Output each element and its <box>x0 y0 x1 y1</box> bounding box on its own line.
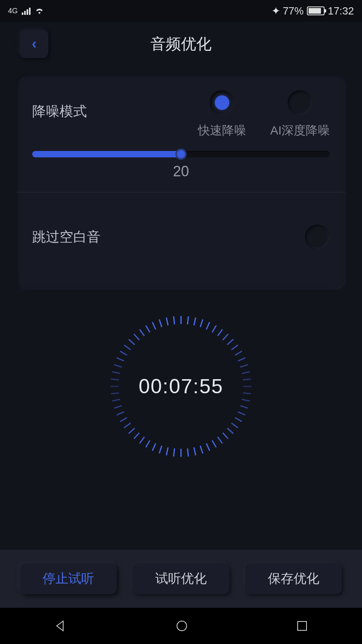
slider-thumb[interactable] <box>175 149 187 160</box>
svg-line-14 <box>243 379 251 380</box>
svg-line-29 <box>187 448 188 456</box>
svg-line-3 <box>200 320 203 327</box>
svg-line-31 <box>174 448 175 456</box>
action-bar: 停止试听 试听优化 保存优化 <box>0 550 362 608</box>
svg-line-7 <box>223 334 228 340</box>
intensity-slider[interactable] <box>32 151 330 157</box>
svg-line-44 <box>111 393 119 394</box>
radio-selected-icon <box>210 90 234 115</box>
slider-fill <box>32 151 181 157</box>
svg-line-6 <box>218 329 222 336</box>
noise-reduction-row: 降噪模式 快速降噪 AI深度降噪 <box>32 90 330 139</box>
chevron-left-icon: ‹ <box>32 35 37 52</box>
battery-icon <box>307 6 325 15</box>
svg-line-11 <box>238 358 245 361</box>
svg-line-38 <box>129 428 135 433</box>
preview-optimize-button[interactable]: 试听优化 <box>133 564 229 594</box>
svg-rect-61 <box>298 621 306 630</box>
status-right: ✦ 77% 17:32 <box>272 5 354 17</box>
slider-value: 20 <box>32 163 330 180</box>
battery-percent: 77% <box>283 5 304 17</box>
back-button[interactable]: ‹ <box>20 30 48 58</box>
svg-line-57 <box>159 320 162 327</box>
nav-home-icon[interactable] <box>175 619 188 632</box>
svg-line-56 <box>152 322 156 329</box>
timer-ticks-icon <box>109 314 253 459</box>
save-optimize-button[interactable]: 保存优化 <box>245 564 342 594</box>
network-type: 4G <box>8 7 18 14</box>
svg-line-59 <box>174 316 175 324</box>
svg-line-53 <box>134 334 139 340</box>
svg-line-54 <box>140 329 144 336</box>
timer-dial: 00:07:55 <box>109 314 253 459</box>
svg-line-41 <box>117 412 124 415</box>
svg-line-16 <box>243 393 251 394</box>
svg-line-23 <box>223 433 228 439</box>
status-bar: 4G ✦ 77% 17:32 <box>0 0 362 22</box>
radio-unselected-icon <box>288 90 313 115</box>
bluetooth-icon: ✦ <box>272 5 280 17</box>
svg-line-4 <box>206 322 210 329</box>
clock-time: 17:32 <box>328 5 354 17</box>
svg-line-42 <box>114 406 122 408</box>
svg-line-13 <box>242 372 250 374</box>
svg-line-35 <box>146 440 150 447</box>
svg-line-28 <box>194 448 195 456</box>
svg-line-10 <box>235 351 242 355</box>
svg-line-5 <box>212 325 216 332</box>
stop-preview-button[interactable]: 停止试听 <box>20 564 117 594</box>
skip-silence-row: 跳过空白音 <box>32 200 330 274</box>
svg-line-39 <box>124 423 130 428</box>
svg-line-32 <box>167 448 168 456</box>
wifi-icon <box>35 7 44 15</box>
skip-silence-toggle[interactable] <box>305 225 330 250</box>
svg-line-50 <box>120 351 127 355</box>
fast-noise-option[interactable]: 快速降噪 <box>198 90 246 139</box>
svg-line-37 <box>134 433 139 439</box>
header: ‹ 音频优化 <box>0 22 362 66</box>
divider <box>16 192 346 192</box>
svg-line-2 <box>194 318 195 326</box>
svg-line-48 <box>114 365 122 367</box>
svg-line-9 <box>231 345 238 350</box>
fast-noise-label: 快速降噪 <box>198 122 246 139</box>
nav-back-icon[interactable] <box>54 619 67 632</box>
svg-line-8 <box>227 339 233 345</box>
svg-line-43 <box>112 399 120 401</box>
svg-line-49 <box>117 358 124 361</box>
svg-line-17 <box>242 399 250 401</box>
svg-line-1 <box>187 316 188 324</box>
svg-line-25 <box>212 440 216 447</box>
settings-card: 降噪模式 快速降噪 AI深度降噪 20 跳过空白音 <box>16 74 346 290</box>
svg-line-24 <box>218 437 222 443</box>
svg-line-52 <box>129 339 135 345</box>
svg-line-47 <box>112 372 120 374</box>
svg-line-55 <box>146 325 150 332</box>
signal-icon <box>22 7 31 15</box>
svg-line-26 <box>206 444 210 451</box>
svg-line-12 <box>240 365 248 367</box>
svg-line-33 <box>159 446 162 453</box>
android-nav-bar <box>0 608 362 644</box>
svg-line-36 <box>140 437 144 443</box>
svg-line-18 <box>240 406 248 408</box>
svg-line-22 <box>227 428 233 433</box>
svg-line-40 <box>120 418 127 422</box>
skip-silence-label: 跳过空白音 <box>32 228 101 246</box>
ai-deep-noise-label: AI深度降噪 <box>270 122 330 139</box>
noise-reduction-label: 降噪模式 <box>32 90 87 121</box>
status-left: 4G <box>8 7 44 15</box>
page-title: 音频优化 <box>150 34 212 54</box>
svg-line-20 <box>235 418 242 422</box>
svg-line-19 <box>238 412 245 415</box>
svg-line-46 <box>111 379 119 380</box>
timer-container: 00:07:55 <box>0 314 362 459</box>
ai-deep-noise-option[interactable]: AI深度降噪 <box>270 90 330 139</box>
svg-line-58 <box>167 318 168 326</box>
svg-line-27 <box>200 446 203 453</box>
svg-point-60 <box>177 621 187 631</box>
nav-recent-icon[interactable] <box>296 620 308 632</box>
noise-mode-radio-group: 快速降噪 AI深度降噪 <box>198 90 330 139</box>
svg-line-51 <box>124 345 130 350</box>
svg-line-34 <box>152 444 156 451</box>
